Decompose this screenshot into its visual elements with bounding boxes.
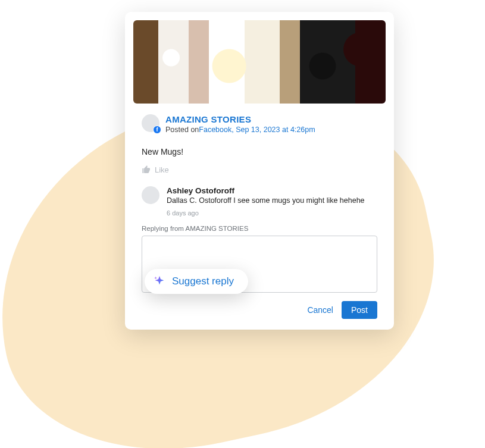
posted-on-prefix: Posted on <box>165 126 199 134</box>
like-row[interactable]: Like <box>125 161 394 181</box>
suggest-reply-label: Suggest reply <box>172 275 234 287</box>
thumbs-up-icon <box>142 165 151 174</box>
post-hero-image <box>133 20 386 104</box>
reply-from-page: AMAZING STORIES <box>186 225 249 232</box>
comment-author[interactable]: Ashley Ostoforoff <box>167 186 377 195</box>
comment-text: Dallas C. Ostoforoff I see some mugs you… <box>167 196 377 205</box>
comment-timestamp: 6 days ago <box>125 206 394 223</box>
facebook-badge-icon: f <box>153 126 161 134</box>
reply-from-prefix: Replying from <box>142 225 184 232</box>
sparkle-icon <box>153 275 166 288</box>
page-avatar: f <box>142 114 159 132</box>
commenter-avatar <box>142 186 159 204</box>
page-name[interactable]: AMAZING STORIES <box>165 114 315 124</box>
reply-actions: Cancel Post <box>125 293 394 319</box>
cancel-button[interactable]: Cancel <box>307 305 333 315</box>
posted-on-link[interactable]: Facebook, Sep 13, 2023 at 4:26pm <box>199 126 315 134</box>
like-label: Like <box>155 165 169 174</box>
reply-from-label: Replying from AMAZING STORIES <box>125 223 394 234</box>
post-body-text: New Mugs! <box>125 134 394 161</box>
comment-row: Ashley Ostoforoff Dallas C. Ostoforoff I… <box>125 181 394 206</box>
post-header: f AMAZING STORIES Posted onFacebook, Sep… <box>125 104 394 134</box>
post-button[interactable]: Post <box>342 301 377 319</box>
suggest-reply-button[interactable]: Suggest reply <box>145 269 248 294</box>
posted-on-line: Posted onFacebook, Sep 13, 2023 at 4:26p… <box>165 126 315 134</box>
